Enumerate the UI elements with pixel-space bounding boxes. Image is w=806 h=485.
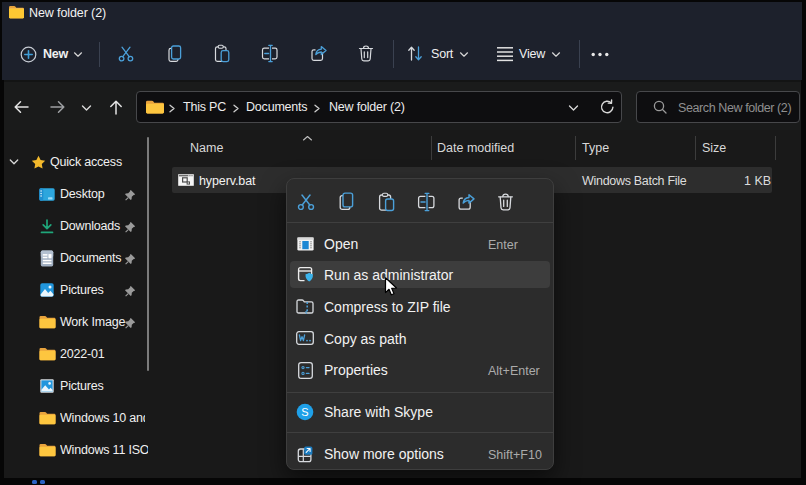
- svg-text:S: S: [301, 406, 308, 418]
